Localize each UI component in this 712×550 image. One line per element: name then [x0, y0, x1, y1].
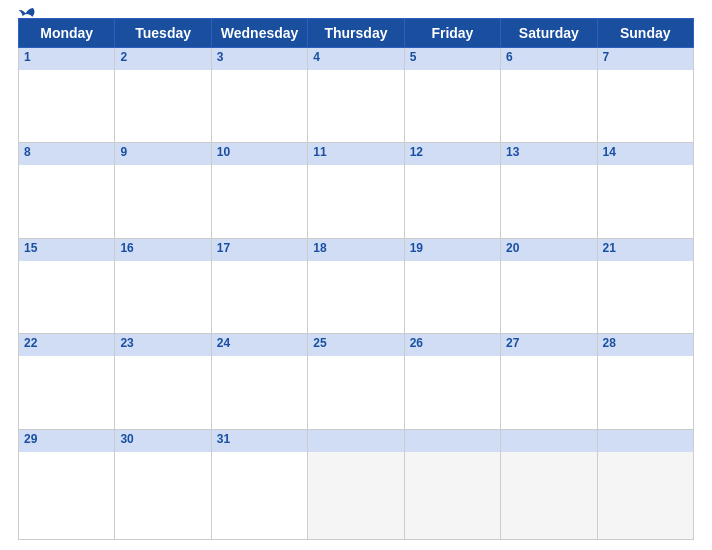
- date-row-2: 891011121314: [19, 143, 694, 166]
- day-number: 10: [217, 145, 302, 159]
- content-cell: [115, 452, 211, 540]
- date-row-5: 293031: [19, 429, 694, 452]
- content-cell: [211, 452, 307, 540]
- day-number: 13: [506, 145, 591, 159]
- day-number: 4: [313, 50, 398, 64]
- date-cell: 2: [115, 48, 211, 71]
- content-row-5: [19, 452, 694, 540]
- content-cell: [597, 70, 693, 143]
- content-cell: [308, 165, 404, 238]
- day-number: 7: [603, 50, 688, 64]
- day-number: 24: [217, 336, 302, 350]
- date-cell: 6: [501, 48, 597, 71]
- content-cell: [308, 70, 404, 143]
- day-number: 25: [313, 336, 398, 350]
- date-cell: 23: [115, 334, 211, 357]
- date-row-3: 15161718192021: [19, 238, 694, 261]
- date-cell: 9: [115, 143, 211, 166]
- day-number: 3: [217, 50, 302, 64]
- content-cell: [597, 261, 693, 334]
- date-cell: 1: [19, 48, 115, 71]
- day-header-friday: Friday: [404, 19, 500, 48]
- logo: [18, 6, 38, 22]
- day-number: 27: [506, 336, 591, 350]
- day-number: 28: [603, 336, 688, 350]
- content-cell: [211, 70, 307, 143]
- content-cell: [19, 452, 115, 540]
- day-number: 31: [217, 432, 302, 446]
- content-cell: [404, 70, 500, 143]
- date-cell: 17: [211, 238, 307, 261]
- content-cell: [404, 452, 500, 540]
- content-cell: [597, 165, 693, 238]
- day-header-sunday: Sunday: [597, 19, 693, 48]
- day-number: 16: [120, 241, 205, 255]
- content-cell: [115, 261, 211, 334]
- logo-blue: [18, 6, 38, 22]
- content-cell: [597, 452, 693, 540]
- date-cell: 12: [404, 143, 500, 166]
- content-cell: [404, 261, 500, 334]
- day-number: 22: [24, 336, 109, 350]
- day-number: 6: [506, 50, 591, 64]
- date-cell: 18: [308, 238, 404, 261]
- date-cell: 14: [597, 143, 693, 166]
- date-cell: 11: [308, 143, 404, 166]
- content-cell: [211, 261, 307, 334]
- content-cell: [308, 452, 404, 540]
- date-cell: 5: [404, 48, 500, 71]
- date-cell: [597, 429, 693, 452]
- content-row-1: [19, 70, 694, 143]
- content-cell: [404, 356, 500, 429]
- content-cell: [19, 165, 115, 238]
- date-cell: 7: [597, 48, 693, 71]
- date-cell: 15: [19, 238, 115, 261]
- date-cell: 27: [501, 334, 597, 357]
- content-cell: [501, 261, 597, 334]
- content-cell: [211, 165, 307, 238]
- content-cell: [404, 165, 500, 238]
- day-number: 1: [24, 50, 109, 64]
- date-cell: 25: [308, 334, 404, 357]
- day-header-saturday: Saturday: [501, 19, 597, 48]
- date-cell: 24: [211, 334, 307, 357]
- day-number: 21: [603, 241, 688, 255]
- days-header-row: MondayTuesdayWednesdayThursdayFridaySatu…: [19, 19, 694, 48]
- content-cell: [501, 356, 597, 429]
- day-number: 5: [410, 50, 495, 64]
- day-number: 19: [410, 241, 495, 255]
- date-cell: 29: [19, 429, 115, 452]
- content-cell: [19, 261, 115, 334]
- day-number: 29: [24, 432, 109, 446]
- content-cell: [597, 356, 693, 429]
- day-header-monday: Monday: [19, 19, 115, 48]
- content-cell: [501, 70, 597, 143]
- content-cell: [501, 165, 597, 238]
- date-cell: 28: [597, 334, 693, 357]
- date-cell: 21: [597, 238, 693, 261]
- day-number: 23: [120, 336, 205, 350]
- content-cell: [308, 261, 404, 334]
- content-cell: [115, 356, 211, 429]
- date-row-1: 1234567: [19, 48, 694, 71]
- day-number: 26: [410, 336, 495, 350]
- day-number: 18: [313, 241, 398, 255]
- day-number: 15: [24, 241, 109, 255]
- day-number: 8: [24, 145, 109, 159]
- date-cell: 22: [19, 334, 115, 357]
- content-cell: [308, 356, 404, 429]
- date-row-4: 22232425262728: [19, 334, 694, 357]
- day-number: 11: [313, 145, 398, 159]
- day-number: 2: [120, 50, 205, 64]
- content-row-4: [19, 356, 694, 429]
- day-header-thursday: Thursday: [308, 19, 404, 48]
- day-number: 12: [410, 145, 495, 159]
- date-cell: [404, 429, 500, 452]
- day-header-wednesday: Wednesday: [211, 19, 307, 48]
- day-number: 30: [120, 432, 205, 446]
- day-number: 9: [120, 145, 205, 159]
- date-cell: 20: [501, 238, 597, 261]
- date-cell: [501, 429, 597, 452]
- day-number: 20: [506, 241, 591, 255]
- content-row-3: [19, 261, 694, 334]
